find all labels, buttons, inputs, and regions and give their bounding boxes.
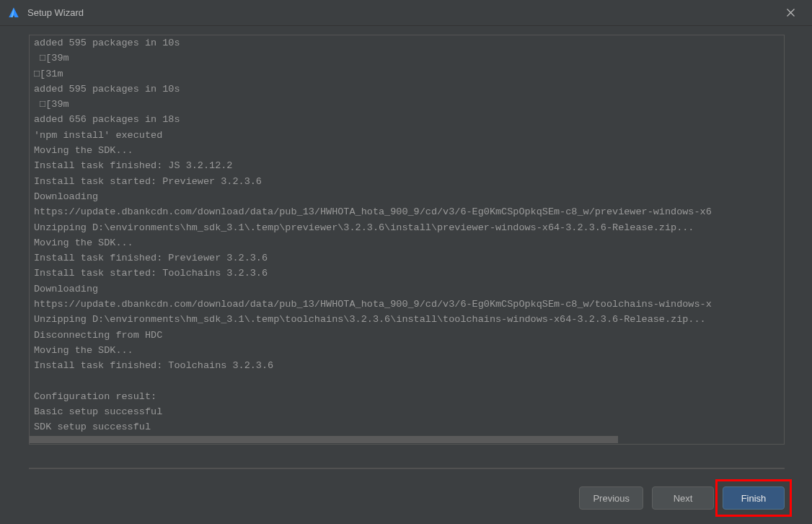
app-logo-icon [7,6,20,19]
window-title: Setup Wizard [27,7,776,18]
horizontal-scrollbar[interactable] [30,435,784,444]
log-output: added 595 packages in 10s □[39m □[31m ad… [30,35,784,435]
button-bar: Previous Next Finish [579,486,785,510]
log-panel: added 595 packages in 10s □[39m □[31m ad… [29,35,785,445]
close-button[interactable] [776,2,805,24]
titlebar: Setup Wizard [0,0,812,26]
next-button[interactable]: Next [652,486,714,510]
horizontal-scrollbar-thumb[interactable] [30,436,618,443]
finish-button[interactable]: Finish [723,486,785,510]
close-icon [787,9,795,17]
previous-button[interactable]: Previous [579,486,643,510]
divider [29,468,785,469]
